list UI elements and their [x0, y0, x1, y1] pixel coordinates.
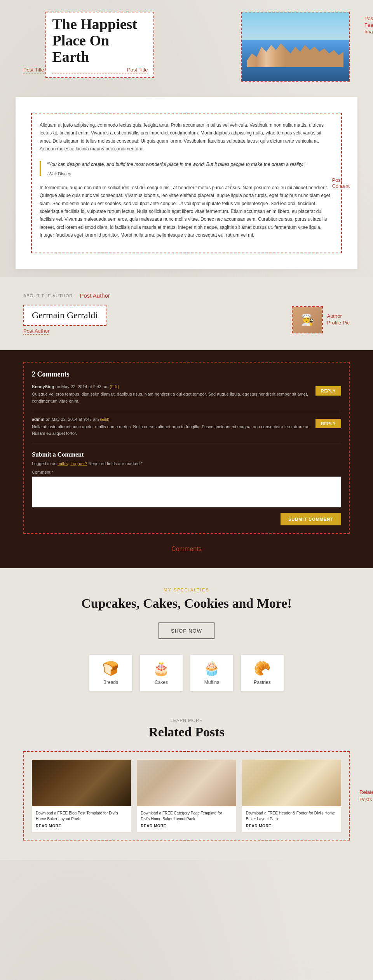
submit-comment-button[interactable]: SUBMIT COMMENT	[281, 513, 341, 525]
featured-image-placeholder	[242, 12, 349, 81]
related-posts-side-label: RelatedPosts	[359, 788, 373, 803]
post-title-label-top: Post Title	[23, 67, 44, 73]
breads-icon: 🍞	[95, 661, 126, 677]
related-post-title-2: Download a FREE Category Page Template f…	[141, 810, 232, 822]
related-post-img-2	[137, 760, 236, 806]
related-post-title-3: Download a FREE Header & Footer for Divi…	[246, 810, 337, 822]
comment-date-1: on May 22, 2014 at 9:43 am	[56, 384, 109, 389]
comment-author-1: KennySing	[32, 384, 54, 389]
post-content-outer: Aliquam ut justo adipiscing, commodo lec…	[31, 113, 342, 253]
post-body-paragraph-2: In fermentum, augue non rutrum sollicitu…	[40, 184, 333, 239]
related-posts-title: Related Posts	[23, 725, 350, 739]
author-profile-label: AuthorProfile Pic	[327, 313, 350, 326]
category-name-muffins: Muffins	[196, 680, 227, 685]
comments-wrapper: 2 Comments REPLY KennySing on May 22, 20…	[23, 362, 350, 534]
comment-textarea[interactable]	[32, 476, 341, 507]
author-name-wrapper: Germain Gerraldi Post Author	[23, 305, 106, 335]
sky-area	[242, 12, 349, 40]
hero-title-area: Post Title The Happiest Place On Earth P…	[23, 12, 233, 78]
related-post-item-2[interactable]: Download a FREE Category Page Template f…	[137, 760, 236, 832]
post-title-label-bottom: Post Title	[52, 67, 148, 73]
required-text: Required fields are marked *	[88, 461, 142, 466]
comment-item-2: REPLY admin on May 22, 2014 at 9:47 am (…	[32, 417, 341, 443]
author-bottom-label: Post Author	[23, 328, 49, 335]
cakes-icon: 🎂	[146, 661, 177, 677]
related-post-read-more-3[interactable]: READ MORE	[246, 824, 337, 828]
related-posts-wrapper: Download a FREE Blog Post Template for D…	[23, 751, 350, 840]
category-name-pastries: Pastries	[247, 680, 278, 685]
category-item-pastries[interactable]: 🥐 Pastries	[241, 655, 284, 691]
muffins-icon: 🧁	[196, 661, 227, 677]
hero-content: Post Title The Happiest Place On Earth P…	[23, 12, 350, 82]
author-pic-box: 👨‍🍳	[292, 306, 323, 333]
comments-count: 2 Comments	[32, 370, 341, 378]
shop-now-button[interactable]: SHOP NOW	[159, 623, 214, 639]
category-item-cakes[interactable]: 🎂 Cakes	[140, 655, 183, 691]
post-title-box: The Happiest Place On Earth Post Title	[45, 12, 154, 78]
comments-bottom-label: Comments	[23, 542, 350, 553]
specialties-section: MY SPECIALTIES Cupcakes, Cakes, Cookies …	[0, 568, 373, 710]
category-item-muffins[interactable]: 🧁 Muffins	[190, 655, 233, 691]
comment-edit-link-2[interactable]: (Edit)	[100, 417, 110, 422]
comment-meta-1: KennySing on May 22, 2014 at 9:43 am (Ed…	[32, 384, 341, 389]
author-pic-wrapper: 👨‍🍳 AuthorProfile Pic	[292, 306, 350, 333]
specialties-title: Cupcakes, Cakes, Cookies and More!	[23, 596, 350, 611]
author-header: ABOUT THE AUTHOR Post Author	[23, 292, 350, 299]
related-post-title-1: Download a FREE Blog Post Template for D…	[36, 810, 127, 822]
comment-text-1: Quisque vel eros tempus, dignissim diam …	[32, 391, 341, 405]
post-author-label-top: Post Author	[80, 292, 110, 299]
comment-field-label: Comment *	[32, 470, 341, 474]
related-post-read-more-1[interactable]: READ MORE	[36, 824, 127, 828]
category-name-cakes: Cakes	[146, 680, 177, 685]
related-posts-grid: Download a FREE Blog Post Template for D…	[32, 760, 341, 832]
author-label-top: ABOUT THE AUTHOR	[23, 293, 73, 298]
author-avatar-icon: 👨‍🍳	[301, 313, 314, 326]
comment-item-1: REPLY KennySing on May 22, 2014 at 9:43 …	[32, 384, 341, 411]
log-out-link[interactable]: Log out?	[70, 461, 87, 466]
author-name-box: Germain Gerraldi	[23, 305, 106, 326]
related-post-read-more-2[interactable]: READ MORE	[141, 824, 232, 828]
blockquote-section: "You can design and create, and build th…	[40, 161, 333, 176]
featured-image-box	[241, 12, 350, 82]
related-post-item-1[interactable]: Download a FREE Blog Post Template for D…	[32, 760, 131, 832]
submit-row: SUBMIT COMMENT	[32, 513, 341, 525]
post-featured-label: PostFeaturedImage	[364, 16, 373, 35]
post-content-box: Aliquam ut justo adipiscing, commodo lec…	[31, 113, 342, 253]
related-post-content-3: Download a FREE Header & Footer for Divi…	[242, 806, 341, 832]
related-post-item-3[interactable]: Download a FREE Header & Footer for Divi…	[242, 760, 341, 832]
related-posts-section: LEARN MORE Related Posts Download a FREE…	[0, 710, 373, 860]
comment-meta-2: admin on May 22, 2014 at 9:47 am (Edit)	[32, 417, 341, 422]
related-post-content-1: Download a FREE Blog Post Template for D…	[32, 806, 131, 832]
related-posts-outer: Download a FREE Blog Post Template for D…	[23, 751, 350, 840]
author-content: Germain Gerraldi Post Author 👨‍🍳 AuthorP…	[23, 305, 350, 335]
post-body-paragraph-1: Aliquam ut justo adipiscing, commodo lec…	[40, 121, 333, 153]
categories-grid: 🍞 Breads 🎂 Cakes 🧁 Muffins 🥐 Pastries	[23, 655, 350, 691]
pastries-icon: 🥐	[247, 661, 278, 677]
comment-reply-button-2[interactable]: REPLY	[315, 419, 341, 428]
logged-in-text: Logged in as milbiv. Log out? Required f…	[32, 461, 341, 466]
post-title-text: The Happiest Place On Earth	[52, 16, 148, 65]
related-label-top: LEARN MORE	[23, 718, 350, 723]
post-content-section: Aliquam ut justo adipiscing, commodo lec…	[16, 97, 357, 269]
comment-edit-link-1[interactable]: (Edit)	[110, 385, 119, 389]
blockquote-text: "You can design and create, and build th…	[47, 161, 333, 168]
author-pic-placeholder: 👨‍🍳	[293, 307, 322, 333]
logged-in-user-link[interactable]: milbiv	[58, 461, 68, 466]
author-section: ABOUT THE AUTHOR Post Author Germain Ger…	[0, 277, 373, 350]
blockquote-author: -Walt Disney	[47, 171, 333, 176]
author-name: Germain Gerraldi	[32, 310, 98, 320]
category-item-breads[interactable]: 🍞 Breads	[89, 655, 132, 691]
featured-image-container: PostFeaturedImage	[241, 12, 350, 82]
comment-text-2: Nulla at justo aliquet nunc auctor molli…	[32, 424, 341, 437]
comment-date-2: on May 22, 2014 at 9:47 am	[45, 417, 99, 422]
post-content-label: PostContent	[332, 177, 350, 189]
post-featured-text: PostFeaturedImage	[364, 16, 373, 35]
comment-reply-button-1[interactable]: REPLY	[315, 386, 341, 396]
comment-author-2: admin	[32, 417, 44, 422]
hero-section: Post Title The Happiest Place On Earth P…	[0, 0, 373, 89]
related-post-img-3	[242, 760, 341, 806]
specialties-label: MY SPECIALTIES	[23, 588, 350, 592]
related-post-img-1	[32, 760, 131, 806]
submit-comment-section: Submit a Comment Logged in as milbiv. Lo…	[32, 451, 341, 525]
related-post-content-2: Download a FREE Category Page Template f…	[137, 806, 236, 832]
